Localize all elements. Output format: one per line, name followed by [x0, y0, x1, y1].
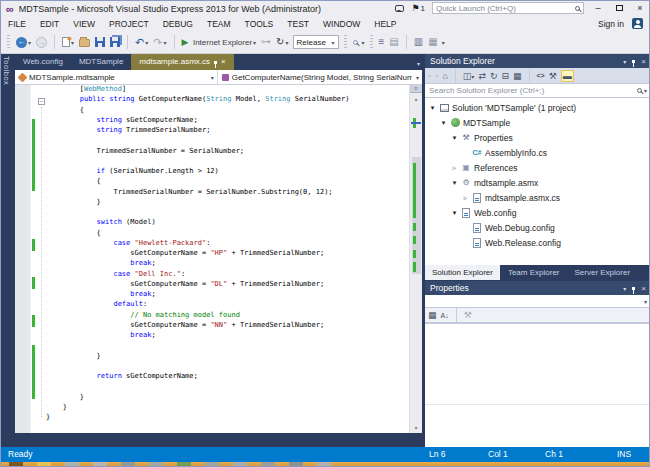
toolbar-overflow-icon[interactable]: ▾	[362, 39, 365, 46]
tree-item[interactable]: C#AssemblyInfo.cs	[462, 145, 547, 160]
panel-tab-team-explorer[interactable]: Team Explorer	[501, 265, 567, 280]
taskbar-icon[interactable]	[37, 462, 51, 467]
quick-launch-input[interactable]: Quick Launch (Ctrl+Q)	[432, 2, 584, 14]
alphabetical-sort-icon[interactable]: A↓	[441, 312, 449, 319]
taskbar-icon[interactable]	[93, 462, 107, 467]
taskbar-icon[interactable]	[121, 462, 135, 467]
taskbar-icon[interactable]	[261, 462, 275, 467]
uncomment-button[interactable]: ▦	[427, 36, 438, 48]
expander-closed-icon[interactable]: ▹	[451, 164, 458, 172]
nav-back-icon[interactable]: ◦	[428, 71, 431, 81]
windows-taskbar[interactable]	[1, 462, 650, 467]
expander-open-icon[interactable]: ▾	[440, 119, 447, 127]
scroll-up-icon[interactable]: ▴	[410, 95, 422, 102]
user-avatar-icon[interactable]	[632, 18, 643, 29]
panel-tab-solution-explorer[interactable]: Solution Explorer	[425, 265, 500, 280]
tree-item[interactable]: ▾⚒Properties	[451, 130, 513, 145]
property-pages-icon[interactable]: ⚒	[464, 310, 472, 320]
find-button[interactable]	[352, 40, 359, 45]
expander-closed-icon[interactable]: ▹	[462, 194, 469, 202]
preview-selected-items-toggle[interactable]: ▬	[561, 70, 574, 82]
menu-item-tools[interactable]: TOOLS	[245, 19, 274, 29]
menu-item-edit[interactable]: EDIT	[40, 19, 59, 29]
tree-item[interactable]: ▹▣References	[451, 160, 517, 175]
undo-button[interactable]: ↶▾	[134, 37, 149, 48]
close-icon[interactable]: ×	[641, 284, 646, 293]
breakpoint-margin[interactable]	[15, 85, 31, 433]
panel-tab-server-explorer[interactable]: Server Explorer	[568, 265, 638, 280]
redo-button[interactable]: ↷▾	[152, 37, 167, 48]
menu-item-window[interactable]: WINDOW	[323, 19, 360, 29]
menu-item-test[interactable]: TEST	[287, 19, 309, 29]
code-text[interactable]: [WebMethod] public string GetComputerNam…	[46, 84, 350, 422]
tree-item[interactable]: ▾MDTSample	[440, 115, 510, 130]
close-button[interactable]: ×	[633, 2, 647, 14]
notifications-flag-icon[interactable]: ⚑1	[411, 3, 425, 13]
taskbar-icon[interactable]	[205, 462, 219, 467]
view-code-icon[interactable]: <>	[537, 72, 545, 79]
tree-item[interactable]: ▾Solution 'MDTSample' (1 project)	[429, 100, 576, 115]
wrench-icon[interactable]: ⚒	[549, 71, 557, 81]
menu-item-file[interactable]: FILE	[8, 19, 26, 29]
taskbar-icon[interactable]	[149, 462, 163, 467]
expander-open-icon[interactable]: ▾	[451, 179, 458, 187]
taskbar-icon[interactable]	[177, 462, 191, 467]
toolbar-grip[interactable]	[370, 35, 373, 49]
code-editor[interactable]: − [WebMethod] public string GetComputerN…	[15, 85, 422, 433]
taskbar-icon[interactable]	[65, 462, 79, 467]
collapse-all-icon[interactable]: ⊟	[501, 71, 509, 81]
restart-button[interactable]: ↻▾	[275, 36, 289, 48]
menu-item-project[interactable]: PROJECT	[109, 19, 149, 29]
taskbar-icon[interactable]	[317, 462, 331, 467]
properties-icon[interactable]: ▦	[513, 71, 522, 81]
sign-in-link[interactable]: Sign in	[598, 19, 624, 29]
home-icon[interactable]: ⌂	[442, 71, 447, 81]
expander-open-icon[interactable]: ▾	[451, 134, 458, 142]
feedback-icon[interactable]	[395, 5, 404, 12]
toolbar-grip[interactable]	[7, 35, 10, 49]
close-icon[interactable]: ×	[641, 57, 646, 66]
type-dropdown[interactable]: MDTSample.mdtsample ▾	[15, 70, 218, 84]
save-button[interactable]	[94, 37, 106, 47]
navigate-back-button[interactable]: ←▾	[15, 37, 32, 48]
toolbox-tab[interactable]: Toolbox	[2, 56, 11, 85]
new-item-button[interactable]: ▾	[61, 37, 75, 47]
properties-grid[interactable]	[425, 323, 650, 447]
refresh-icon[interactable]: ↻	[490, 71, 498, 81]
open-file-button[interactable]	[78, 37, 91, 47]
taskbar-icon[interactable]	[9, 462, 23, 467]
vertical-scrollbar[interactable]: ≡ ▴ ▾	[409, 85, 422, 433]
taskbar-icon[interactable]	[233, 462, 247, 467]
restore-button[interactable]	[612, 2, 626, 14]
window-position-icon[interactable]: ▾	[623, 285, 626, 292]
navigate-forward-button[interactable]: →	[35, 37, 48, 48]
bookmarks-button[interactable]: ≡	[378, 36, 386, 48]
categorized-icon[interactable]: ▦	[428, 310, 437, 320]
pin-tab-icon[interactable]	[214, 61, 217, 64]
toolbar-grip[interactable]	[344, 35, 347, 49]
start-debug-button[interactable]: ▶ Internet Explorer▾	[181, 37, 258, 47]
scroll-down-icon[interactable]: ▾	[410, 424, 422, 431]
close-tab-icon[interactable]: ×	[221, 54, 226, 70]
save-all-button[interactable]	[109, 37, 121, 47]
tree-item[interactable]: Web.Debug.config	[462, 220, 555, 235]
menu-item-help[interactable]: HELP	[374, 19, 396, 29]
menu-item-view[interactable]: VIEW	[73, 19, 95, 29]
menu-item-team[interactable]: TEAM	[207, 19, 231, 29]
tree-item[interactable]: ▾Web.config	[451, 205, 516, 220]
document-tab[interactable]: MDTSample	[71, 54, 131, 70]
splitter-handle[interactable]: ≡	[410, 85, 422, 93]
tree-item[interactable]: ▹mdtsample.asmx.cs	[462, 190, 560, 205]
pin-icon[interactable]	[632, 287, 635, 290]
line-ops-button[interactable]: ▤	[388, 36, 399, 48]
comment-button[interactable]: ▥	[413, 36, 424, 48]
minimize-button[interactable]: –	[591, 2, 605, 14]
taskbar-icon[interactable]	[289, 462, 303, 467]
attach-button[interactable]: ⊶	[260, 36, 272, 48]
solution-search-input[interactable]: Search Solution Explorer (Ctrl+;) ▾	[425, 84, 650, 98]
toolbar-overflow-icon[interactable]: ▾	[442, 39, 445, 46]
solution-explorer-header[interactable]: Solution Explorer ▾ ×	[425, 54, 650, 68]
tree-item[interactable]: ▾⚙mdtsample.asmx	[451, 175, 538, 190]
document-tab[interactable]: mdtsample.asmx.cs×	[131, 54, 233, 70]
sync-active-document-icon[interactable]: ⇄	[478, 71, 486, 81]
